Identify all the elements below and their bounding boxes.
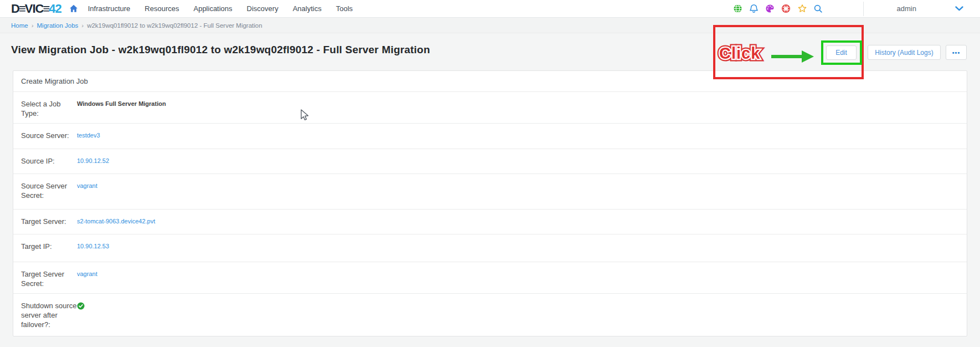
row-label: Source IP: <box>13 149 77 174</box>
nav-item-analytics[interactable]: Analytics <box>293 4 322 13</box>
row-label: Source Server Secret: <box>13 174 77 209</box>
history-audit-logs-button[interactable]: History (Audit Logs) <box>868 45 941 60</box>
panel-row: Shutdown source server after failover?: <box>13 294 967 336</box>
logo-text: D <box>11 3 19 15</box>
favorites-star-icon[interactable] <box>797 4 807 14</box>
value-link[interactable]: vagrant <box>77 271 97 277</box>
panel-row: Target Server: s2-tomcat-9063.device42.p… <box>13 210 967 234</box>
nav-item-tools[interactable]: Tools <box>336 4 353 13</box>
edit-button[interactable]: Edit <box>826 45 857 60</box>
logo-text: 42 <box>49 3 61 15</box>
value-link[interactable]: s2-tomcat-9063.device42.pvt <box>77 218 155 224</box>
row-value: Windows Full Server Migration <box>77 92 166 123</box>
main-menu: InfrastructureResourcesApplicationsDisco… <box>88 4 353 13</box>
row-label: Target Server Secret: <box>13 262 77 293</box>
breadcrumb: Home › Migration Jobs › w2k19wq01fl9012 … <box>0 18 980 33</box>
search-icon[interactable] <box>813 4 823 14</box>
breadcrumb-link-migration-jobs[interactable]: Migration Jobs <box>37 22 79 29</box>
row-label: Select a Job Type: <box>13 92 77 123</box>
home-icon[interactable] <box>69 4 78 13</box>
breadcrumb-current: w2k19wq01fl9012 to w2k19wq02fl9012 - Ful… <box>87 22 262 29</box>
notifications-bell-icon[interactable] <box>749 4 759 14</box>
nav-item-resources[interactable]: Resources <box>145 4 179 13</box>
panel-header: Create Migration Job <box>13 71 967 92</box>
panel-row: Select a Job Type: Windows Full Server M… <box>13 92 967 124</box>
value-text: Windows Full Server Migration <box>77 100 166 107</box>
topnav-icon-group <box>733 4 823 14</box>
row-label: Shutdown source server after failover?: <box>13 294 77 336</box>
value-link[interactable]: vagrant <box>77 182 97 189</box>
breadcrumb-separator: › <box>81 22 84 29</box>
row-value: vagrant <box>77 174 97 209</box>
theme-palette-icon[interactable] <box>765 4 775 14</box>
topnav-right: admin <box>733 2 971 16</box>
migration-job-panel: Create Migration Job Select a Job Type: … <box>13 70 967 336</box>
panel-row: Target IP: 10.90.12.53 <box>13 234 967 262</box>
row-value: testdev3 <box>77 124 100 149</box>
checked-icon <box>77 294 85 336</box>
row-value: vagrant <box>77 262 97 293</box>
globe-icon[interactable] <box>733 4 743 14</box>
panel-row: Target Server Secret: vagrant <box>13 262 967 294</box>
row-label: Source Server: <box>13 124 77 149</box>
nav-item-discovery[interactable]: Discovery <box>247 4 278 13</box>
top-navigation-bar: D≡VIC≡42 InfrastructureResourcesApplicat… <box>0 0 980 18</box>
row-value: s2-tomcat-9063.device42.pvt <box>77 210 155 234</box>
breadcrumb-link-home[interactable]: Home <box>11 22 28 29</box>
value-link[interactable]: 10.90.12.52 <box>77 157 109 164</box>
nav-item-infrastructure[interactable]: Infrastructure <box>88 4 131 13</box>
breadcrumb-separator: › <box>32 22 34 29</box>
row-value: 10.90.12.53 <box>77 234 109 262</box>
panel-row: Source Server: testdev3 <box>13 124 967 149</box>
value-link[interactable]: 10.90.12.53 <box>77 243 109 249</box>
panel-row: Source Server Secret: vagrant <box>13 174 967 210</box>
value-link[interactable]: testdev3 <box>77 132 100 139</box>
nav-item-applications[interactable]: Applications <box>193 4 232 13</box>
logo-text: VIC <box>25 3 44 15</box>
device42-logo[interactable]: D≡VIC≡42 <box>11 3 61 15</box>
row-value: 10.90.12.52 <box>77 149 109 174</box>
panel-row: Source IP: 10.90.12.52 <box>13 149 967 174</box>
support-ring-icon[interactable] <box>781 4 791 14</box>
more-actions-button[interactable]: ••• <box>946 45 967 60</box>
user-name: admin <box>897 4 916 13</box>
row-label: Target Server: <box>13 210 77 234</box>
user-menu[interactable]: admin <box>864 4 971 13</box>
chevron-down-icon[interactable] <box>955 6 963 11</box>
row-label: Target IP: <box>13 234 77 262</box>
